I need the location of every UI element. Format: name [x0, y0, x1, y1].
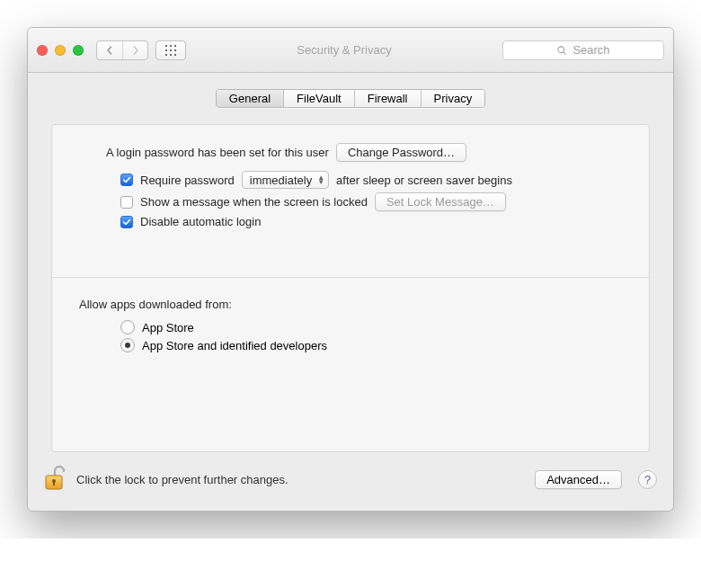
svg-rect-8	[174, 54, 176, 56]
tab-label: Firewall	[368, 92, 408, 105]
window-controls	[37, 45, 84, 56]
tab-label: Privacy	[434, 92, 473, 105]
gatekeeper-option-appstore[interactable]: App Store	[120, 320, 631, 334]
zoom-window-button[interactable]	[73, 45, 84, 56]
change-password-button[interactable]: Change Password…	[336, 143, 466, 162]
require-password-delay-popup[interactable]: immediately ▲▼	[242, 171, 329, 189]
disable-auto-login-label: Disable automatic login	[140, 215, 261, 228]
preferences-window: Security & Privacy Search General FileVa…	[27, 27, 674, 512]
radio-identified[interactable]	[120, 338, 135, 352]
svg-rect-4	[170, 49, 172, 51]
divider	[52, 277, 649, 278]
tab-privacy[interactable]: Privacy	[421, 90, 485, 107]
tab-filevault[interactable]: FileVault	[283, 90, 354, 107]
tab-label: General	[229, 92, 271, 105]
tab-group: General FileVault Firewall Privacy	[216, 89, 485, 108]
show-all-button[interactable]	[155, 40, 186, 60]
svg-line-10	[563, 51, 566, 54]
radio-label: App Store	[142, 321, 194, 334]
search-placeholder: Search	[572, 43, 609, 57]
gatekeeper-label: Allow apps downloaded from:	[79, 298, 631, 311]
disable-auto-login-row: Disable automatic login	[120, 215, 631, 228]
svg-rect-6	[165, 54, 167, 56]
svg-rect-5	[174, 49, 176, 51]
show-message-row: Show a message when the screen is locked…	[120, 192, 631, 211]
toolbar: Security & Privacy Search	[28, 28, 673, 73]
svg-rect-0	[165, 45, 167, 47]
advanced-button[interactable]: Advanced…	[535, 470, 622, 489]
lock-text: Click the lock to prevent further change…	[76, 473, 288, 486]
popup-value: immediately	[250, 174, 312, 187]
tab-bar: General FileVault Firewall Privacy	[51, 89, 650, 108]
svg-rect-3	[165, 49, 167, 51]
back-button[interactable]	[97, 41, 122, 59]
content-area: General FileVault Firewall Privacy A log…	[28, 73, 673, 452]
tab-label: FileVault	[297, 92, 342, 105]
require-password-suffix: after sleep or screen saver begins	[336, 174, 512, 187]
tab-firewall[interactable]: Firewall	[354, 90, 421, 107]
window-title: Security & Privacy	[193, 43, 495, 57]
search-icon	[556, 45, 567, 56]
require-password-checkbox[interactable]	[120, 174, 133, 186]
require-password-label: Require password	[140, 174, 235, 187]
login-password-row: A login password has been set for this u…	[106, 143, 631, 162]
help-button[interactable]: ?	[638, 470, 657, 489]
general-panel: A login password has been set for this u…	[51, 124, 650, 452]
show-message-checkbox[interactable]	[120, 196, 133, 209]
tab-general[interactable]: General	[217, 90, 283, 107]
forward-button[interactable]	[122, 41, 147, 59]
require-password-row: Require password immediately ▲▼ after sl…	[120, 171, 631, 189]
minimize-window-button[interactable]	[55, 45, 66, 56]
search-field[interactable]: Search	[502, 40, 664, 60]
disable-auto-login-checkbox[interactable]	[120, 216, 133, 228]
radio-label: App Store and identified developers	[142, 339, 327, 352]
login-password-text: A login password has been set for this u…	[106, 146, 329, 159]
footer: Click the lock to prevent further change…	[28, 452, 673, 511]
close-window-button[interactable]	[37, 45, 48, 56]
lock-area: Click the lock to prevent further change…	[44, 465, 526, 494]
set-lock-message-button[interactable]: Set Lock Message…	[375, 192, 506, 211]
stepper-icon: ▲▼	[317, 175, 324, 184]
radio-appstore[interactable]	[120, 320, 135, 334]
svg-rect-2	[174, 45, 176, 47]
show-message-label: Show a message when the screen is locked	[140, 195, 368, 209]
gatekeeper-option-identified[interactable]: App Store and identified developers	[120, 338, 631, 352]
svg-rect-7	[170, 54, 172, 56]
nav-back-forward	[96, 40, 148, 60]
svg-rect-1	[170, 45, 172, 47]
svg-rect-13	[53, 482, 55, 486]
lock-open-icon[interactable]	[44, 465, 67, 494]
